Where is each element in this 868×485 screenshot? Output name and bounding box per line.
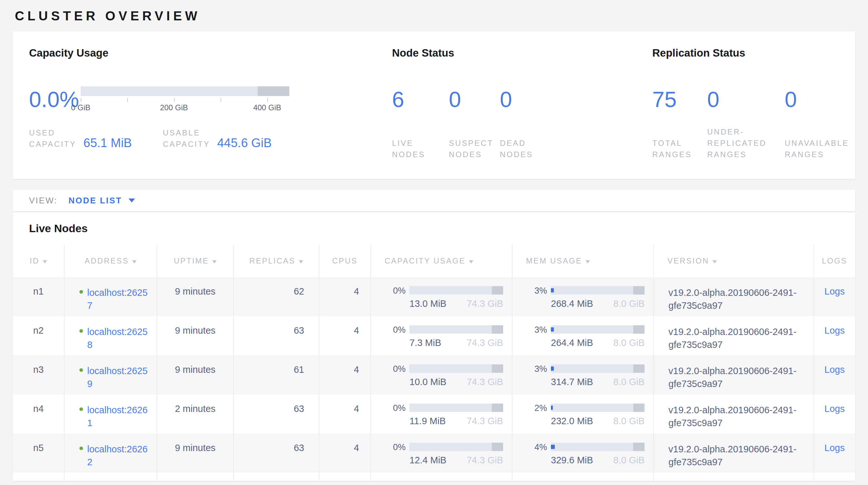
node-address-link[interactable]: localhost:26261 bbox=[87, 403, 150, 429]
node-address-link[interactable]: localhost:26257 bbox=[87, 286, 150, 312]
total-ranges-label: TOTAL RANGES bbox=[652, 137, 707, 160]
tick-mark bbox=[174, 98, 175, 102]
live-nodes-title: Live Nodes bbox=[13, 212, 855, 245]
capacity-total-value: 74.3 GiB bbox=[467, 455, 503, 465]
node-id-cell: n4 bbox=[13, 395, 64, 434]
total-ranges-count: 75 bbox=[652, 88, 707, 110]
mem-used-value: 232.0 MiB bbox=[551, 416, 593, 426]
sort-desc-icon bbox=[299, 260, 303, 263]
mem-percent-label: 3% bbox=[527, 364, 547, 373]
node-version-cell: v19.2.0-alpha.20190606-2491-gfe735c9a97 bbox=[654, 316, 814, 355]
capacity-used-value: 7.3 MiB bbox=[409, 338, 441, 348]
header-uptime[interactable]: UPTIME bbox=[157, 245, 234, 277]
node-uptime-cell: 9 minutes bbox=[157, 434, 234, 473]
node-address-cell: localhost:26261 bbox=[64, 395, 157, 434]
node-cpus-cell: 4 bbox=[319, 355, 371, 395]
mem-usage-bar bbox=[551, 443, 645, 451]
node-replicas-cell bbox=[234, 473, 319, 481]
table-row: n2 localhost:26258 9 minutes 63 4 0% 7.3… bbox=[13, 316, 855, 355]
node-logs-link[interactable]: Logs bbox=[825, 364, 845, 375]
node-capacity-usage-cell: 0% 10.0 MiB 74.3 GiB bbox=[371, 355, 512, 395]
node-id-cell: n2 bbox=[13, 316, 64, 355]
node-address-cell: localhost:26262 bbox=[64, 434, 157, 473]
mem-usage-bar bbox=[551, 286, 645, 294]
capacity-used-value: 13.0 MiB bbox=[409, 298, 446, 309]
node-version-cell: v19.2.0-alpha.20190606-2491-gfe735c9a97 bbox=[654, 277, 814, 316]
capacity-reserved-segment bbox=[492, 325, 503, 334]
header-mem-usage[interactable]: MEM USAGE bbox=[512, 245, 654, 277]
capacity-bar-track bbox=[81, 86, 289, 96]
mem-reserved-segment bbox=[633, 364, 645, 373]
mem-percent-label: 2% bbox=[527, 403, 547, 412]
header-logs: LOGS bbox=[814, 245, 855, 277]
capacity-bar-tick-labels: 0 GiB 200 GiB 400 GiB bbox=[81, 102, 289, 112]
live-nodes-table: ID ADDRESS UPTIME REPLICAS CPUS CAPACITY… bbox=[13, 245, 855, 481]
page-title: CLUSTER OVERVIEW bbox=[15, 9, 868, 23]
node-version-cell: v19.2.0-alpha.20190606-2491-gfe735c9a97 bbox=[654, 434, 814, 473]
dead-nodes-label: DEAD NODES bbox=[500, 137, 533, 160]
capacity-used-value: 10.0 MiB bbox=[409, 377, 446, 387]
node-version-cell: v19.2.0-alpha.20190606-2491-gfe735c9a97 bbox=[654, 355, 814, 395]
node-id-cell: n3 bbox=[13, 355, 64, 395]
node-version-text: v19.2.0-alpha.20190606-2491-gfe735c9a97 bbox=[669, 403, 802, 429]
sort-desc-icon bbox=[42, 260, 47, 263]
tick-label: 400 GiB bbox=[253, 103, 281, 112]
node-replicas-cell: 63 bbox=[234, 316, 319, 355]
node-logs-link[interactable]: Logs bbox=[825, 325, 845, 336]
header-address[interactable]: ADDRESS bbox=[64, 245, 157, 277]
node-capacity-usage-cell bbox=[371, 473, 512, 481]
node-address-cell: localhost:26257 bbox=[64, 277, 157, 316]
node-address-link[interactable]: localhost:26259 bbox=[87, 364, 150, 390]
node-cpus-cell: 4 bbox=[319, 316, 371, 355]
capacity-reserved-segment bbox=[492, 443, 503, 451]
node-logs-cell: Logs bbox=[814, 434, 855, 473]
node-address-cell: localhost:26258 bbox=[64, 316, 157, 355]
header-replicas[interactable]: REPLICAS bbox=[234, 245, 319, 277]
mem-usage-fill bbox=[551, 445, 555, 449]
node-mem-usage-cell: 3% 314.7 MiB 8.0 GiB bbox=[512, 355, 654, 395]
mem-total-value: 8.0 GiB bbox=[613, 377, 645, 387]
capacity-gauge: 0.0% 0 GiB 200 GiB 400 bbox=[29, 88, 392, 110]
capacity-percent-label: 0% bbox=[385, 443, 406, 452]
mem-used-value: 314.7 MiB bbox=[551, 377, 593, 387]
header-capacity-usage[interactable]: CAPACITY USAGE bbox=[371, 245, 512, 277]
mem-used-value: 268.4 MiB bbox=[551, 298, 593, 309]
mem-percent-label: 4% bbox=[527, 443, 547, 452]
live-nodes-card: Live Nodes ID ADDRESS UPTIME REPLICAS CP… bbox=[13, 212, 855, 481]
node-address-link[interactable]: localhost:26258 bbox=[87, 325, 150, 351]
capacity-usage-bar bbox=[409, 403, 503, 412]
capacity-percent-label: 0% bbox=[385, 403, 406, 412]
mem-reserved-segment bbox=[633, 286, 645, 294]
node-version-text: v19.2.0-alpha.20190606-2491-gfe735c9a97 bbox=[669, 325, 802, 351]
node-logs-cell: Logs bbox=[814, 316, 855, 355]
table-row: n1 localhost:26257 9 minutes 62 4 0% 13.… bbox=[13, 277, 855, 316]
mem-usage-bar bbox=[551, 325, 645, 334]
header-cpus[interactable]: CPUS bbox=[319, 245, 371, 277]
node-cpus-cell: 4 bbox=[319, 277, 371, 316]
replication-status-values: 75 0 0 bbox=[652, 88, 849, 110]
view-selector-dropdown[interactable]: NODE LIST bbox=[68, 196, 135, 206]
node-logs-link[interactable]: Logs bbox=[825, 443, 845, 453]
node-mem-usage-cell: 4% 329.6 MiB 8.0 GiB bbox=[512, 434, 654, 473]
mem-usage-fill bbox=[551, 367, 554, 371]
node-logs-link[interactable]: Logs bbox=[825, 286, 845, 296]
header-version[interactable]: VERSION bbox=[654, 245, 814, 277]
node-cpus-cell: 4 bbox=[319, 434, 371, 473]
table-row bbox=[13, 473, 855, 481]
under-replicated-ranges-label: UNDER- REPLICATED RANGES bbox=[707, 126, 785, 160]
cluster-summary-card: Capacity Usage 0.0% 0 GiB bbox=[13, 31, 855, 179]
node-id-cell: n5 bbox=[13, 434, 64, 473]
node-uptime-cell bbox=[157, 473, 234, 481]
node-logs-link[interactable]: Logs bbox=[825, 403, 845, 414]
mem-reserved-segment bbox=[633, 443, 645, 451]
node-status-title: Node Status bbox=[392, 46, 652, 59]
node-address-link[interactable]: localhost:26262 bbox=[87, 443, 150, 468]
capacity-reserved-segment bbox=[492, 364, 503, 373]
capacity-usage-title: Capacity Usage bbox=[29, 46, 392, 59]
mem-total-value: 8.0 GiB bbox=[613, 338, 645, 348]
header-id[interactable]: ID bbox=[13, 245, 64, 277]
suspect-nodes-count: 0 bbox=[449, 88, 500, 110]
node-live-dot-icon bbox=[80, 368, 83, 372]
view-bar: VIEW: NODE LIST bbox=[13, 190, 855, 211]
sort-desc-icon bbox=[132, 260, 136, 263]
